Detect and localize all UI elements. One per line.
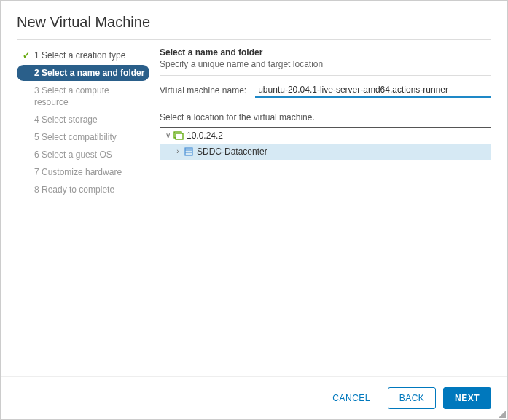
vm-name-row: Virtual machine name: <box>160 83 491 98</box>
next-button[interactable]: NEXT <box>443 387 491 409</box>
datacenter-icon <box>184 147 194 157</box>
step-storage: 4 Select storage <box>17 112 149 128</box>
step-label: 7 Customize hardware <box>34 166 122 178</box>
section-divider <box>160 75 491 76</box>
step-customize-hardware: 7 Customize hardware <box>17 164 149 180</box>
wizard-steps: ✓ 1 Select a creation type 2 Select a na… <box>17 40 149 376</box>
expand-icon[interactable]: › <box>173 145 182 158</box>
tree-node-label: 10.0.24.2 <box>187 129 223 142</box>
step-label: 1 Select a creation type <box>34 50 125 61</box>
vm-name-label: Virtual machine name: <box>160 85 246 96</box>
vm-name-input[interactable] <box>255 83 491 98</box>
collapse-icon[interactable]: ∨ <box>163 129 172 142</box>
back-button[interactable]: BACK <box>388 387 436 409</box>
tree-node-label: SDDC-Datacenter <box>197 145 267 158</box>
step-ready-complete: 8 Ready to complete <box>17 182 149 198</box>
step-creation-type[interactable]: ✓ 1 Select a creation type <box>17 47 149 63</box>
section-subheading: Specify a unique name and target locatio… <box>160 59 491 69</box>
svg-rect-1 <box>176 133 183 139</box>
resize-handle-icon[interactable] <box>499 411 506 418</box>
tree-root-node[interactable]: ∨ 10.0.24.2 <box>160 128 491 144</box>
location-label: Select a location for the virtual machin… <box>160 112 491 122</box>
svg-rect-2 <box>185 148 192 155</box>
cancel-button[interactable]: CANCEL <box>322 388 380 408</box>
step-label: 8 Ready to complete <box>34 184 114 195</box>
step-label: 4 Select storage <box>34 114 98 125</box>
step-guest-os: 6 Select a guest OS <box>17 147 149 163</box>
step-label: 6 Select a guest OS <box>34 149 112 160</box>
step-label: 3 Select a compute resource <box>34 85 145 108</box>
vcenter-icon <box>173 131 184 141</box>
section-heading: Select a name and folder <box>160 47 491 58</box>
check-icon: ✓ <box>23 50 31 61</box>
step-compute-resource: 3 Select a compute resource <box>17 82 149 110</box>
step-name-folder[interactable]: 2 Select a name and folder <box>17 65 149 81</box>
step-compatibility: 5 Select compatibility <box>17 129 149 145</box>
step-label: 5 Select compatibility <box>34 131 117 143</box>
content-area: ✓ 1 Select a creation type 2 Select a na… <box>17 40 491 376</box>
step-label: 2 Select a name and folder <box>34 67 144 79</box>
main-panel: Select a name and folder Specify a uniqu… <box>149 40 491 376</box>
tree-datacenter-node[interactable]: › SDDC-Datacenter <box>160 144 491 160</box>
location-tree[interactable]: ∨ 10.0.24.2 › <box>160 127 491 373</box>
dialog-footer: CANCEL BACK NEXT <box>1 376 507 419</box>
dialog-title: New Virtual Machine <box>17 14 491 31</box>
new-vm-dialog: New Virtual Machine ✓ 1 Select a creatio… <box>1 1 507 419</box>
